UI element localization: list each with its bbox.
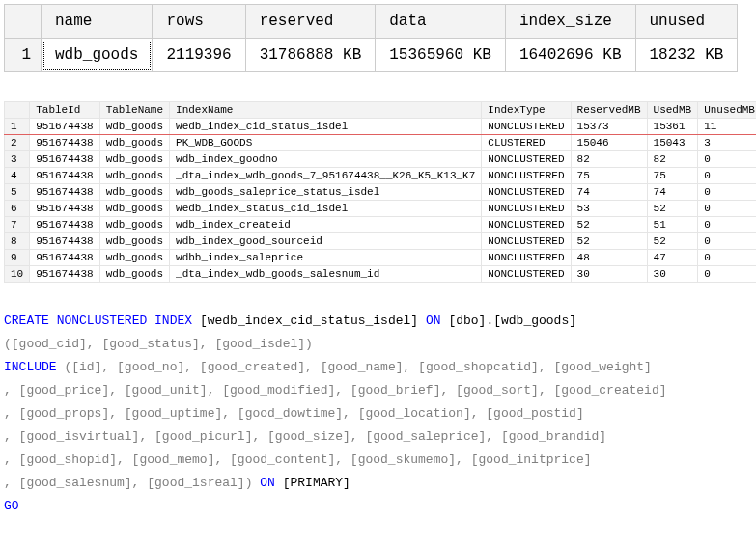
cell-reservedmb: 74 xyxy=(571,184,647,201)
include-last-cols: , [good_salesnum], [good_isreal]) xyxy=(4,476,252,490)
cell-reservedmb: 15046 xyxy=(571,135,647,151)
row-number[interactable]: 8 xyxy=(5,233,30,250)
col-name[interactable]: name xyxy=(42,5,153,39)
cell-indextype: NONCLUSTERED xyxy=(482,168,571,184)
table-row[interactable]: 1 wdb_goods 2119396 31786888 KB 15365960… xyxy=(5,39,738,72)
cell-reservedmb: 52 xyxy=(571,217,647,233)
cell-indexname: wdb_index_goodno xyxy=(170,151,482,168)
cell-indextype: NONCLUSTERED xyxy=(482,266,571,283)
cell-rows: 2119396 xyxy=(153,39,245,72)
row-number[interactable]: 9 xyxy=(5,250,30,266)
cell-tableid: 951674438 xyxy=(30,233,99,250)
include-line: , [good_isvirtual], [good_picurl], [good… xyxy=(4,429,606,444)
cell-tablename: wdb_goods xyxy=(99,184,169,201)
row-number[interactable]: 5 xyxy=(5,184,30,201)
cell-reservedmb: 15373 xyxy=(571,119,647,135)
cell-reservedmb: 82 xyxy=(571,151,647,168)
col-index-size[interactable]: index_size xyxy=(505,5,635,39)
cell-tableid: 951674438 xyxy=(30,135,99,151)
key-columns-line: ([good_cid], [good_status], [good_isdel]… xyxy=(4,337,313,351)
cell-reservedmb: 52 xyxy=(571,233,647,250)
cell-usedmb: 82 xyxy=(647,151,698,168)
cell-indexname: wedb_index_status_cid_isdel xyxy=(170,201,482,217)
row-number[interactable]: 1 xyxy=(5,119,30,135)
cell-reservedmb: 48 xyxy=(571,250,647,266)
col-usedmb[interactable]: UsedMB xyxy=(647,102,698,119)
row-number[interactable]: 10 xyxy=(5,266,30,283)
table-row[interactable]: 9951674438wdb_goodswdbb_index_salepriceN… xyxy=(5,250,757,266)
table-row[interactable]: 8951674438wdb_goodswdb_index_good_source… xyxy=(5,233,757,250)
table-row[interactable]: 4951674438wdb_goods_dta_index_wdb_goods_… xyxy=(5,168,757,184)
cell-usedmb: 52 xyxy=(647,233,698,250)
index-list-grid: TableId TableName IndexName IndexType Re… xyxy=(4,101,756,283)
col-reservedmb[interactable]: ReservedMB xyxy=(571,102,647,119)
col-unusedmb[interactable]: UnusedMB xyxy=(698,102,756,119)
table-row[interactable]: 3951674438wdb_goodswdb_index_goodnoNONCL… xyxy=(5,151,757,168)
col-data[interactable]: data xyxy=(376,5,506,39)
cell-usedmb: 75 xyxy=(647,168,698,184)
cell-unusedmb: 0 xyxy=(698,168,756,184)
row-number[interactable]: 6 xyxy=(5,201,30,217)
cell-tableid: 951674438 xyxy=(30,201,99,217)
cell-indextype: NONCLUSTERED xyxy=(482,184,571,201)
kw-on-fg: ON xyxy=(260,476,275,490)
cell-indexname: wdbb_index_saleprice xyxy=(170,250,482,266)
cell-name[interactable]: wdb_goods xyxy=(42,39,153,72)
cell-tableid: 951674438 xyxy=(30,266,99,283)
kw-nonclustered: NONCLUSTERED xyxy=(57,314,148,328)
col-unused[interactable]: unused xyxy=(635,5,738,39)
kw-on: ON xyxy=(426,314,441,328)
cell-tablename: wdb_goods xyxy=(99,250,169,266)
cell-indextype: CLUSTERED xyxy=(482,135,571,151)
include-line: , [good_shopid], [good_memo], [good_cont… xyxy=(4,452,592,467)
cell-data: 15365960 KB xyxy=(376,39,506,72)
cell-unusedmb: 0 xyxy=(698,151,756,168)
cell-tablename: wdb_goods xyxy=(99,135,169,151)
col-reserved[interactable]: reserved xyxy=(245,5,376,39)
table-row[interactable]: 6951674438wdb_goodswedb_index_status_cid… xyxy=(5,201,757,217)
grid-corner xyxy=(5,5,42,39)
row-number[interactable]: 2 xyxy=(5,135,30,151)
table-row[interactable]: 7951674438wdb_goodswdb_index_createidNON… xyxy=(5,217,757,233)
cell-indexname: _dta_index_wdb_goods_salesnum_id xyxy=(170,266,482,283)
cell-tablename: wdb_goods xyxy=(99,168,169,184)
cell-usedmb: 51 xyxy=(647,217,698,233)
cell-indextype: NONCLUSTERED xyxy=(482,250,571,266)
row-number[interactable]: 4 xyxy=(5,168,30,184)
col-indexname[interactable]: IndexName xyxy=(170,102,482,119)
cell-reservedmb: 75 xyxy=(571,168,647,184)
row-number[interactable]: 7 xyxy=(5,217,30,233)
table-row[interactable]: 1951674438wdb_goodswedb_index_cid_status… xyxy=(5,119,757,135)
col-indextype[interactable]: IndexType xyxy=(482,102,571,119)
cell-unusedmb: 0 xyxy=(698,233,756,250)
cell-tableid: 951674438 xyxy=(30,119,99,135)
table-name-token: [dbo].[wdb_goods] xyxy=(448,314,576,328)
cell-usedmb: 47 xyxy=(647,250,698,266)
row-number[interactable]: 3 xyxy=(5,151,30,168)
cell-indextype: NONCLUSTERED xyxy=(482,233,571,250)
cell-tablename: wdb_goods xyxy=(99,119,169,135)
cell-unusedmb: 3 xyxy=(698,135,756,151)
col-rows[interactable]: rows xyxy=(153,5,245,39)
cell-unusedmb: 0 xyxy=(698,184,756,201)
cell-unusedmb: 0 xyxy=(698,266,756,283)
cell-indextype: NONCLUSTERED xyxy=(482,151,571,168)
cell-indextype: NONCLUSTERED xyxy=(482,119,571,135)
cell-tablename: wdb_goods xyxy=(99,217,169,233)
cell-indexname: wdb_index_createid xyxy=(170,217,482,233)
col-tablename[interactable]: TableName xyxy=(99,102,169,119)
grid-corner xyxy=(5,102,30,119)
cell-unusedmb: 0 xyxy=(698,250,756,266)
sql-script[interactable]: CREATE NONCLUSTERED INDEX [wedb_index_ci… xyxy=(4,310,752,518)
row-number[interactable]: 1 xyxy=(5,39,42,72)
table-row[interactable]: 2951674438wdb_goodsPK_WDB_GOODSCLUSTERED… xyxy=(5,135,757,151)
table-row[interactable]: 5951674438wdb_goodswdb_goods_saleprice_s… xyxy=(5,184,757,201)
include-line: , [good_props], [good_uptime], [good_dow… xyxy=(4,406,584,421)
space-used-grid: name rows reserved data index_size unuse… xyxy=(4,4,738,72)
table-row[interactable]: 10951674438wdb_goods_dta_index_wdb_goods… xyxy=(5,266,757,283)
col-tableid[interactable]: TableId xyxy=(30,102,99,119)
cell-tablename: wdb_goods xyxy=(99,266,169,283)
cell-indextype: NONCLUSTERED xyxy=(482,217,571,233)
cell-usedmb: 52 xyxy=(647,201,698,217)
index-name-token: [wedb_index_cid_status_isdel] xyxy=(200,314,418,328)
